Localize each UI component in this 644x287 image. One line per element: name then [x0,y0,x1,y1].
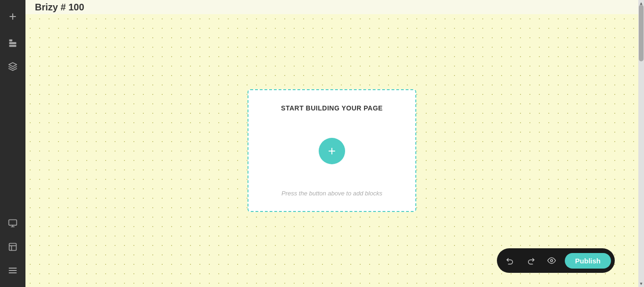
plus-icon [8,12,17,21]
svg-rect-0 [9,40,13,42]
start-card-hint: Press the button above to add blocks [281,190,382,197]
template-icon [8,242,17,252]
eye-icon [547,256,556,265]
redo-icon [527,256,535,265]
sidebar-item-template[interactable] [0,235,25,259]
scrollbar-area: ▲ ▼ [638,0,644,287]
start-card-title: START BUILDING YOUR PAGE [281,104,383,112]
bottom-toolbar: Publish [497,248,615,273]
svg-rect-3 [9,220,17,226]
monitor-icon [8,219,17,228]
undo-button[interactable] [501,251,520,270]
sidebar-item-monitor[interactable] [0,211,25,235]
publish-button[interactable]: Publish [565,253,611,269]
scrollbar-thumb[interactable] [639,5,644,61]
svg-point-5 [551,260,553,262]
sidebar-item-layers[interactable] [0,55,25,78]
page-title-bar: Brizy # 100 [25,0,638,14]
svg-rect-1 [9,42,17,44]
layers-icon [8,62,17,71]
svg-rect-2 [9,45,17,47]
add-block-plus-icon: + [328,144,336,158]
scroll-down-arrow[interactable]: ▼ [638,280,644,287]
sidebar [0,0,25,287]
blocks-icon [8,38,17,48]
sidebar-bottom [0,211,25,282]
undo-icon [506,256,514,265]
sidebar-item-add[interactable] [0,5,25,28]
main-content: Brizy # 100 START BUILDING YOUR PAGE + P… [25,0,638,287]
redo-button[interactable] [521,251,540,270]
sidebar-item-blocks[interactable] [0,31,25,55]
sidebar-item-menu[interactable] [0,259,25,282]
preview-button[interactable] [542,251,561,270]
menu-icon [8,266,17,275]
page-title: Brizy # 100 [35,2,84,13]
add-block-button[interactable]: + [319,138,345,164]
canvas-area: START BUILDING YOUR PAGE + Press the but… [25,14,638,287]
svg-rect-4 [9,244,17,251]
start-building-card: START BUILDING YOUR PAGE + Press the but… [248,89,416,212]
